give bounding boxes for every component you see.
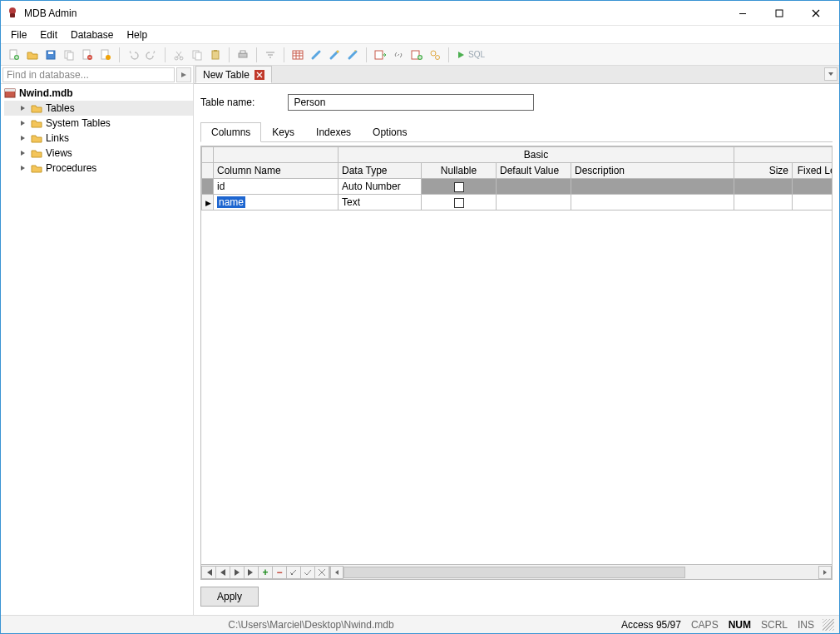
cell-size[interactable] (734, 179, 793, 195)
grid-hscrollbar[interactable] (329, 566, 832, 579)
copy-db-icon[interactable] (61, 47, 77, 63)
group-header-basic: Basic (338, 147, 734, 163)
sql-label: SQL (468, 50, 485, 59)
close-button[interactable] (798, 2, 834, 25)
filter-icon[interactable] (262, 47, 279, 63)
nullable-checkbox[interactable] (454, 198, 464, 208)
cell-data-type[interactable]: Auto Number (338, 179, 422, 195)
chevron-right-icon[interactable] (19, 164, 27, 172)
col-header-fixed[interactable]: Fixed Leng (793, 163, 833, 179)
cell-size[interactable] (734, 195, 793, 211)
save-icon[interactable] (42, 47, 59, 63)
open-file-icon[interactable] (24, 47, 41, 63)
tree-node-links[interactable]: Links (4, 131, 193, 146)
menu-file[interactable]: File (4, 26, 33, 43)
table-icon[interactable] (289, 47, 306, 63)
menu-help[interactable]: Help (120, 26, 154, 43)
cell-default[interactable] (497, 195, 571, 211)
tab-new-table[interactable]: New Table (195, 66, 272, 83)
print-icon[interactable] (235, 47, 251, 63)
search-input[interactable] (2, 67, 175, 82)
col-header-default[interactable]: Default Value (497, 163, 571, 179)
tree-node-views[interactable]: Views (4, 146, 193, 161)
scroll-right-icon[interactable] (818, 566, 832, 579)
cell-desc[interactable] (571, 179, 734, 195)
chevron-right-icon[interactable] (19, 134, 27, 142)
search-go-button[interactable] (176, 67, 191, 82)
cell-desc[interactable] (571, 195, 734, 211)
col-header-type[interactable]: Data Type (338, 163, 422, 179)
tree-root[interactable]: Nwind.mdb (4, 86, 193, 101)
undo-icon[interactable] (125, 47, 141, 63)
cell-column-name[interactable]: name (214, 195, 338, 211)
nav-first-icon[interactable] (201, 566, 216, 579)
nav-prev-icon[interactable] (215, 566, 230, 579)
nav-remove-icon[interactable]: − (272, 566, 287, 579)
grid-row[interactable]: id Auto Number (202, 179, 833, 195)
chevron-right-icon[interactable] (19, 149, 27, 157)
svg-rect-1 (10, 13, 15, 17)
tree-node-label: System Tables (46, 117, 111, 129)
nullable-checkbox[interactable] (454, 182, 464, 192)
tree-node-procedures[interactable]: Procedures (4, 161, 193, 176)
nav-add-icon[interactable]: + (258, 566, 273, 579)
subtab-keys[interactable]: Keys (261, 122, 305, 142)
copy-icon[interactable] (189, 47, 205, 63)
maximize-button[interactable] (761, 2, 798, 25)
columns-grid[interactable]: Basic Text Column Name Data Type Nullabl… (200, 146, 833, 565)
tree-node-tables[interactable]: Tables (4, 101, 193, 116)
row-marker-icon: ▶ (205, 199, 211, 207)
tree-node-system-tables[interactable]: System Tables (4, 116, 193, 131)
table-name-input[interactable] (288, 94, 534, 111)
tab-close-icon[interactable] (254, 70, 264, 80)
col-header-name[interactable]: Column Name (214, 163, 338, 179)
cell-data-type[interactable]: Text (338, 195, 422, 211)
svg-rect-19 (214, 50, 217, 52)
link-icon[interactable] (390, 47, 407, 63)
chevron-right-icon[interactable] (19, 104, 27, 112)
menu-database[interactable]: Database (64, 26, 120, 43)
subtab-indexes[interactable]: Indexes (305, 122, 362, 142)
cell-column-name[interactable]: id (214, 179, 338, 195)
status-ins: INS (793, 619, 819, 631)
nav-confirm-icon[interactable] (300, 566, 315, 579)
wizard3-icon[interactable] (344, 47, 361, 63)
apply-button[interactable]: Apply (200, 587, 259, 607)
nav-cancel-icon[interactable] (314, 566, 329, 579)
status-num: NUM (724, 619, 756, 631)
wizard2-icon[interactable] (326, 47, 343, 63)
minimize-button[interactable] (724, 2, 761, 25)
grid-row[interactable]: ▶ name Text (202, 195, 833, 211)
export-icon[interactable] (372, 47, 388, 63)
redo-icon[interactable] (143, 47, 160, 63)
wizard1-icon[interactable] (308, 47, 324, 63)
scroll-left-icon[interactable] (330, 566, 343, 579)
menu-edit[interactable]: Edit (33, 26, 64, 43)
resize-grip-icon[interactable] (823, 619, 834, 631)
col-header-desc[interactable]: Description (571, 163, 734, 179)
col-header-size[interactable]: Size (734, 163, 793, 179)
cut-icon[interactable] (170, 47, 187, 63)
subtab-options[interactable]: Options (362, 122, 418, 142)
paste-icon[interactable] (207, 47, 224, 63)
svg-rect-3 (776, 10, 783, 17)
tab-overflow-button[interactable] (824, 67, 838, 81)
subtab-columns[interactable]: Columns (200, 122, 261, 142)
object-tree[interactable]: Nwind.mdb Tables System Tables (1, 84, 193, 615)
delete-db-icon[interactable] (79, 47, 96, 63)
chevron-right-icon[interactable] (19, 119, 27, 127)
gears-icon[interactable] (427, 47, 443, 63)
nav-last-icon[interactable] (244, 566, 259, 579)
run-sql-button[interactable]: SQL (454, 47, 488, 63)
scroll-thumb[interactable] (343, 567, 818, 578)
table-name-row: Table name: (200, 91, 833, 114)
folder-icon (31, 103, 42, 113)
nav-next-icon[interactable] (230, 566, 245, 579)
new-file-icon[interactable] (6, 47, 22, 63)
col-header-nullable[interactable]: Nullable (422, 163, 497, 179)
cell-default[interactable] (497, 179, 571, 195)
separator (448, 47, 449, 62)
nav-edit-icon[interactable] (286, 566, 301, 579)
dup-icon[interactable] (408, 47, 425, 63)
refresh-db-icon[interactable] (97, 47, 114, 63)
